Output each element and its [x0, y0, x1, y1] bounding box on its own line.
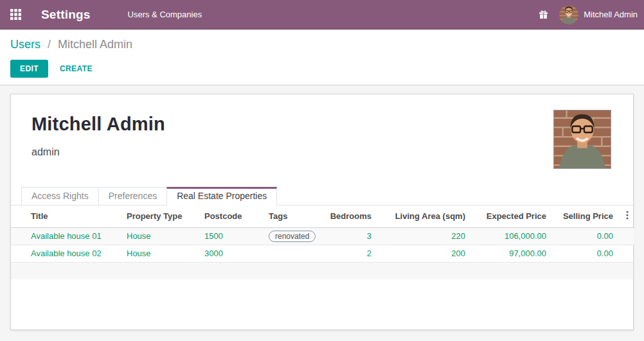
- table-row[interactable]: Available house 01 House 1500 renovated …: [11, 227, 634, 245]
- record-login: admin: [31, 146, 613, 158]
- cell-bedrooms[interactable]: 2: [326, 245, 378, 262]
- cell-living-area[interactable]: 220: [378, 227, 472, 245]
- cell-selling-price[interactable]: 0.00: [553, 227, 620, 245]
- content-area: Mitchell Admin admin: [0, 94, 644, 341]
- notebook-tabs: Access Rights Preferences Real Estate Pr…: [11, 187, 633, 205]
- kebab-vertical-dots-icon: [626, 212, 629, 222]
- cell-tags[interactable]: [258, 245, 326, 262]
- cell-title[interactable]: Available house 01: [11, 227, 116, 245]
- breadcrumb: Users / Mitchell Admin: [10, 36, 634, 53]
- cell-property-type[interactable]: House: [116, 245, 194, 262]
- user-menu[interactable]: Mitchell Admin: [584, 10, 638, 19]
- tab-real-estate-properties[interactable]: Real Estate Properties: [166, 187, 277, 205]
- sheet-header: Mitchell Admin admin: [11, 94, 633, 158]
- breadcrumb-current: Mitchell Admin: [58, 38, 132, 51]
- apps-grid-icon[interactable]: [10, 8, 24, 22]
- breadcrumb-separator: /: [48, 38, 51, 51]
- empty-row-stripe: [11, 263, 633, 279]
- edit-button[interactable]: EDIT: [10, 60, 48, 78]
- cell-postcode[interactable]: 3000: [194, 245, 258, 262]
- cell-options: [620, 245, 634, 262]
- gift-icon[interactable]: [539, 10, 549, 20]
- app-name[interactable]: Settings: [41, 8, 91, 22]
- column-living-area[interactable]: Living Area (sqm): [378, 205, 472, 227]
- column-bedrooms[interactable]: Bedrooms: [326, 205, 378, 227]
- column-selling-price[interactable]: Selling Price: [553, 205, 620, 227]
- tab-preferences[interactable]: Preferences: [98, 187, 167, 205]
- user-avatar[interactable]: [559, 5, 578, 24]
- cell-living-area[interactable]: 200: [378, 245, 472, 262]
- cell-options: [620, 227, 634, 245]
- column-expected-price[interactable]: Expected Price: [472, 205, 553, 227]
- tag-badge: renovated: [269, 231, 316, 242]
- record-title: Mitchell Admin: [31, 114, 613, 135]
- sheet-bottom-filler: [11, 279, 633, 330]
- column-postcode[interactable]: Postcode: [194, 205, 258, 227]
- column-title[interactable]: Title: [11, 205, 116, 227]
- table-row[interactable]: Available house 02 House 3000 2 200 97,0…: [11, 245, 634, 262]
- button-row: EDIT CREATE: [10, 60, 634, 78]
- cell-bedrooms[interactable]: 3: [326, 227, 378, 245]
- table-header-row: Title Property Type Postcode Tags Bedroo…: [11, 205, 634, 227]
- column-tags[interactable]: Tags: [258, 205, 326, 227]
- top-navbar: Settings Users & Companies: [0, 0, 644, 30]
- column-property-type[interactable]: Property Type: [116, 205, 194, 227]
- form-sheet: Mitchell Admin admin: [10, 94, 634, 330]
- properties-table: Title Property Type Postcode Tags Bedroo…: [11, 205, 634, 263]
- cell-postcode[interactable]: 1500: [194, 227, 258, 245]
- cell-tags[interactable]: renovated: [258, 227, 326, 245]
- nav-menu-users-companies[interactable]: Users & Companies: [128, 10, 202, 19]
- optional-columns-button[interactable]: [620, 205, 634, 227]
- cell-selling-price[interactable]: 0.00: [553, 245, 620, 262]
- tab-access-rights[interactable]: Access Rights: [21, 187, 99, 205]
- control-panel: Users / Mitchell Admin EDIT CREATE Actio…: [0, 30, 644, 85]
- breadcrumb-users-link[interactable]: Users: [10, 38, 40, 51]
- cell-property-type[interactable]: House: [116, 227, 194, 245]
- user-photo[interactable]: [553, 110, 611, 169]
- cell-expected-price[interactable]: 106,000.00: [472, 227, 553, 245]
- create-button[interactable]: CREATE: [60, 64, 93, 73]
- cell-title[interactable]: Available house 02: [11, 245, 116, 262]
- cell-expected-price[interactable]: 97,000.00: [472, 245, 553, 262]
